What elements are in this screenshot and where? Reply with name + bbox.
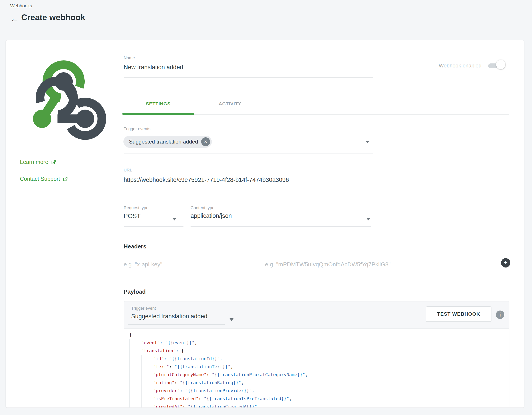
name-label: Name: [124, 55, 135, 60]
tab-activity[interactable]: ACTIVITY: [194, 95, 266, 113]
code-line[interactable]: "provider": "{{translationProvider}}",: [129, 387, 509, 395]
trigger-events-label: Trigger events: [124, 127, 151, 131]
payload-trigger-event-underline: [128, 325, 225, 325]
request-type-chevron-down-icon[interactable]: [172, 218, 176, 220]
code-line[interactable]: "translation": {: [129, 347, 509, 355]
page-title: Create webhook: [21, 13, 85, 22]
payload-panel: Trigger event Suggested translation adde…: [124, 301, 509, 408]
trigger-events-underline: [124, 153, 373, 153]
external-link-icon: [51, 159, 56, 165]
payload-code-editor[interactable]: {"event": "{{event}}","translation": {"i…: [124, 329, 509, 408]
back-arrow-icon[interactable]: ←: [9, 13, 20, 24]
webhook-enabled-label: Webhook enabled: [439, 63, 482, 69]
active-tab-indicator: [122, 113, 194, 115]
contact-support-link[interactable]: Contact Support: [20, 176, 68, 182]
header-value-input[interactable]: [265, 257, 483, 272]
code-line[interactable]: {: [129, 331, 509, 339]
url-input[interactable]: [124, 175, 372, 185]
payload-panel-header: Trigger event Suggested translation adde…: [124, 301, 509, 329]
tab-settings[interactable]: SETTINGS: [122, 95, 194, 113]
contact-support-label: Contact Support: [20, 176, 60, 182]
request-type-underline: [124, 226, 183, 227]
info-icon[interactable]: i: [496, 311, 504, 319]
webhook-card: Learn more Contact Support Name Webhook …: [6, 40, 524, 408]
trigger-events-chevron-down-icon[interactable]: [365, 141, 369, 143]
code-line[interactable]: "event": "{{event}}",: [129, 339, 509, 347]
learn-more-link[interactable]: Learn more: [20, 159, 56, 165]
learn-more-label: Learn more: [20, 159, 48, 165]
code-line[interactable]: "isPreTranslated": "{{translationIsPreTr…: [129, 395, 509, 403]
name-underline: [124, 77, 373, 78]
payload-section-title: Payload: [124, 288, 146, 295]
payload-trigger-event-select[interactable]: Suggested translation added: [131, 313, 207, 320]
code-line[interactable]: "pluralCategoryName": "{{translationPlur…: [129, 371, 509, 379]
external-link-icon: [63, 176, 68, 182]
code-line[interactable]: "id": "{{translationId}}",: [129, 355, 509, 363]
payload-trigger-event-chevron-down-icon[interactable]: [229, 318, 234, 321]
content-type-underline: [190, 226, 371, 227]
code-line[interactable]: "createdAt": "{{translationCreatedAt}}",: [129, 403, 509, 408]
header-key-input[interactable]: [124, 257, 255, 272]
breadcrumb[interactable]: Webhooks: [10, 3, 32, 9]
content-type-chevron-down-icon[interactable]: [366, 218, 370, 220]
add-header-button[interactable]: +: [501, 258, 510, 267]
trigger-event-chip[interactable]: Suggested translation added ✕: [124, 136, 212, 148]
trigger-event-chip-label: Suggested translation added: [129, 139, 198, 145]
webhook-logo-icon: [19, 58, 108, 143]
request-type-select[interactable]: POST: [124, 212, 141, 220]
request-type-label: Request type: [124, 205, 148, 210]
url-label: URL: [124, 168, 132, 173]
headers-section-title: Headers: [124, 243, 146, 250]
webhook-enabled-toggle-thumb[interactable]: [496, 60, 505, 69]
chip-remove-icon[interactable]: ✕: [201, 137, 210, 146]
content-type-label: Content type: [190, 205, 215, 210]
url-underline: [124, 190, 373, 190]
name-input[interactable]: [124, 63, 367, 72]
content-type-select[interactable]: application/json: [190, 212, 232, 219]
code-line[interactable]: "rating": "{{translationRating}}",: [129, 379, 509, 387]
test-webhook-button[interactable]: TEST WEBHOOK: [426, 306, 492, 322]
payload-trigger-event-label: Trigger event: [131, 306, 156, 311]
code-line[interactable]: "text": "{{translationText}}",: [129, 363, 509, 371]
